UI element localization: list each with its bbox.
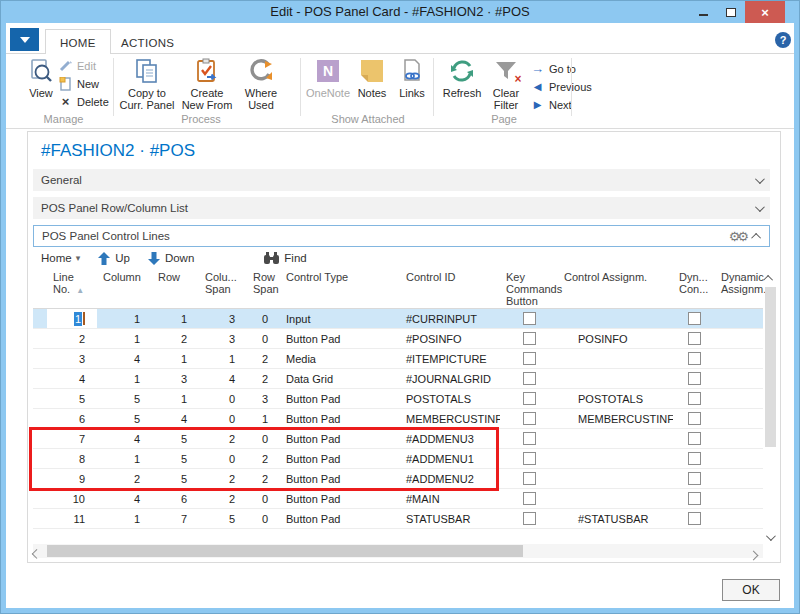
cell-dyn-con[interactable] bbox=[673, 489, 715, 508]
cell-dyn-con[interactable] bbox=[673, 369, 715, 388]
checkbox[interactable] bbox=[688, 432, 701, 445]
checkbox[interactable] bbox=[523, 372, 536, 385]
edit-button[interactable]: Edit bbox=[58, 57, 96, 74]
cell-key-commands[interactable] bbox=[500, 449, 558, 468]
close-button[interactable]: × bbox=[745, 1, 785, 23]
checkbox[interactable] bbox=[688, 352, 701, 365]
vertical-scroll-thumb[interactable] bbox=[765, 287, 776, 447]
checkbox[interactable] bbox=[688, 372, 701, 385]
notes-button[interactable]: Notes bbox=[352, 57, 392, 121]
go-to-button[interactable]: → Go to bbox=[530, 60, 576, 77]
view-button[interactable]: View bbox=[21, 57, 61, 121]
cell-key-commands[interactable] bbox=[500, 409, 558, 428]
table-row[interactable]: 74520Button Pad#ADDMENU3 bbox=[33, 429, 763, 449]
vertical-scrollbar[interactable] bbox=[763, 269, 778, 541]
cell-dyn-con[interactable] bbox=[673, 329, 715, 348]
checkbox[interactable] bbox=[523, 432, 536, 445]
links-button[interactable]: Links bbox=[392, 57, 432, 121]
scroll-right-icon[interactable] bbox=[750, 548, 759, 557]
table-row[interactable]: 11130Input#CURRINPUT bbox=[33, 309, 763, 329]
checkbox[interactable] bbox=[523, 352, 536, 365]
previous-button[interactable]: ◀ Previous bbox=[530, 78, 592, 95]
table-row[interactable]: 55103Button PadPOSTOTALSPOSTOTALS bbox=[33, 389, 763, 409]
delete-button[interactable]: × Delete bbox=[58, 93, 109, 110]
cell-dyn-con[interactable] bbox=[673, 389, 715, 408]
checkbox[interactable] bbox=[688, 472, 701, 485]
checkbox[interactable] bbox=[523, 492, 536, 505]
cell-key-commands[interactable] bbox=[500, 489, 558, 508]
checkbox[interactable] bbox=[688, 492, 701, 505]
header-line-no[interactable]: Line No.▲ bbox=[47, 269, 97, 308]
where-used-button[interactable]: Where Used bbox=[238, 57, 284, 121]
header-dyn-con[interactable]: Dyn... Con... bbox=[673, 269, 715, 308]
cell-key-commands[interactable] bbox=[500, 389, 558, 408]
find-button[interactable]: Find bbox=[264, 252, 306, 264]
checkbox[interactable] bbox=[523, 312, 536, 325]
checkbox[interactable] bbox=[523, 452, 536, 465]
cell-key-commands[interactable] bbox=[500, 509, 558, 528]
checkbox[interactable] bbox=[688, 312, 701, 325]
checkbox[interactable] bbox=[688, 332, 701, 345]
table-row[interactable]: 104620Button Pad#MAIN bbox=[33, 489, 763, 509]
checkbox[interactable] bbox=[688, 392, 701, 405]
next-button[interactable]: ▶ Next bbox=[530, 96, 572, 113]
chevron-down-icon[interactable] bbox=[755, 174, 765, 184]
header-dynamic-assignm[interactable]: Dynamic Assignm. bbox=[715, 269, 763, 308]
help-icon[interactable]: ? bbox=[775, 32, 791, 48]
fasttab-general[interactable]: General bbox=[33, 169, 770, 191]
cell-dyn-con[interactable] bbox=[673, 509, 715, 528]
create-new-from-button[interactable]: Create New From bbox=[176, 57, 238, 121]
horizontal-scrollbar[interactable] bbox=[33, 544, 763, 558]
fasttab-row-column-list[interactable]: POS Panel Row/Column List bbox=[33, 197, 770, 219]
tab-home[interactable]: HOME bbox=[45, 29, 111, 55]
new-button[interactable]: New bbox=[58, 75, 99, 92]
checkbox[interactable] bbox=[688, 452, 701, 465]
cell-key-commands[interactable] bbox=[500, 429, 558, 448]
scroll-left-icon[interactable] bbox=[33, 546, 46, 559]
minimize-button[interactable] bbox=[693, 1, 713, 23]
cell-key-commands[interactable] bbox=[500, 349, 558, 368]
cell-dyn-con[interactable] bbox=[673, 449, 715, 468]
cell-key-commands[interactable] bbox=[500, 369, 558, 388]
copy-to-curr-panel-button[interactable]: Copy to Curr. Panel bbox=[118, 57, 176, 121]
cell-dyn-con[interactable] bbox=[673, 409, 715, 428]
table-row[interactable]: 111750Button PadSTATUSBAR#STATUSBAR bbox=[33, 509, 763, 529]
checkbox[interactable] bbox=[688, 512, 701, 525]
header-column[interactable]: Column bbox=[97, 269, 152, 308]
cell-dyn-con[interactable] bbox=[673, 469, 715, 488]
cell-key-commands[interactable] bbox=[500, 309, 558, 328]
scroll-down-icon[interactable] bbox=[766, 530, 775, 539]
up-button[interactable]: Up bbox=[98, 252, 130, 265]
table-row[interactable]: 41342Data Grid#JOURNALGRID bbox=[33, 369, 763, 389]
scroll-up-icon[interactable] bbox=[766, 271, 775, 280]
chevron-down-icon[interactable] bbox=[755, 202, 765, 212]
cell-dyn-con[interactable] bbox=[673, 349, 715, 368]
tab-actions[interactable]: ACTIONS bbox=[107, 30, 188, 55]
chevron-up-icon[interactable] bbox=[751, 232, 761, 242]
down-button[interactable]: Down bbox=[148, 252, 194, 265]
header-control-assignm[interactable]: Control Assignm. bbox=[558, 269, 673, 308]
header-control-type[interactable]: Control Type bbox=[280, 269, 400, 308]
refresh-button[interactable]: Refresh bbox=[438, 57, 486, 121]
clear-filter-button[interactable]: × Clear Filter bbox=[486, 57, 526, 121]
cell-key-commands[interactable] bbox=[500, 469, 558, 488]
checkbox[interactable] bbox=[523, 332, 536, 345]
header-column-span[interactable]: Colu... Span bbox=[199, 269, 247, 308]
table-row[interactable]: 34112Media#ITEMPICTURE bbox=[33, 349, 763, 369]
gear-icon[interactable]: ⚙⚙ bbox=[729, 229, 746, 244]
header-row-span[interactable]: Row Span bbox=[247, 269, 280, 308]
table-row[interactable]: 65401Button PadMEMBERCUSTINFOMEMBERCUSTI… bbox=[33, 409, 763, 429]
maximize-button[interactable] bbox=[721, 1, 741, 23]
header-row[interactable]: Row bbox=[152, 269, 199, 308]
table-row[interactable]: 21230Button Pad#POSINFOPOSINFO bbox=[33, 329, 763, 349]
cell-dyn-con[interactable] bbox=[673, 309, 715, 328]
home-menu-button[interactable]: Home ▾ bbox=[41, 252, 80, 264]
checkbox[interactable] bbox=[688, 412, 701, 425]
checkbox[interactable] bbox=[523, 392, 536, 405]
table-row[interactable]: 92522Button Pad#ADDMENU2 bbox=[33, 469, 763, 489]
header-key-commands[interactable]: Key Commands Button Pad bbox=[500, 269, 558, 308]
table-row[interactable]: 81502Button Pad#ADDMENU1 bbox=[33, 449, 763, 469]
checkbox[interactable] bbox=[523, 412, 536, 425]
cell-dyn-con[interactable] bbox=[673, 429, 715, 448]
horizontal-scroll-thumb[interactable] bbox=[47, 545, 523, 557]
